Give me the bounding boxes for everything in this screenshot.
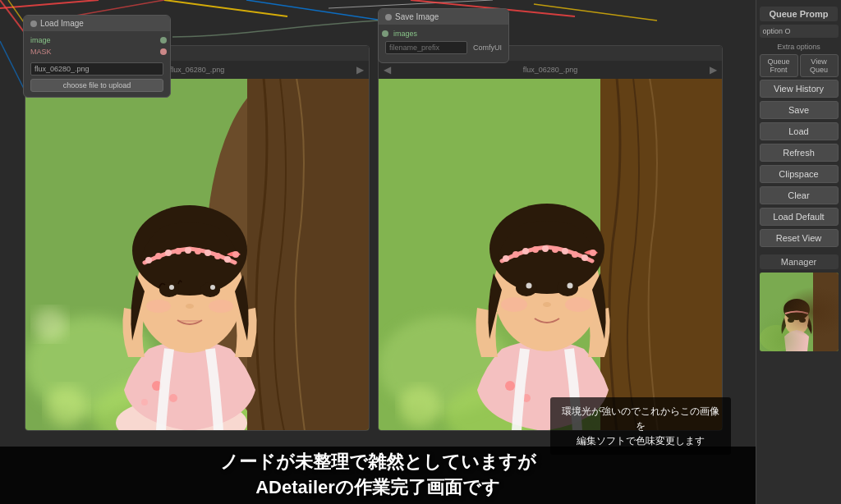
images-label: images	[393, 30, 417, 38]
svg-point-65	[516, 280, 537, 296]
svg-point-55	[503, 255, 509, 262]
svg-point-31	[195, 248, 201, 254]
svg-point-30	[185, 247, 191, 254]
node-title: Load Image	[40, 19, 84, 28]
svg-point-60	[552, 246, 558, 253]
svg-point-33	[214, 253, 221, 259]
bottom-subtitle-bar: ノードが未整理で雑然としていますがADetailerの作業完了画面です	[0, 447, 756, 504]
svg-point-58	[532, 246, 539, 253]
svg-point-59	[542, 245, 549, 252]
option-text: option O	[763, 27, 791, 35]
filename-input[interactable]	[30, 62, 163, 76]
save-node-dot	[385, 14, 392, 21]
svg-point-61	[562, 248, 568, 254]
right-image-container	[379, 79, 722, 430]
svg-point-29	[175, 248, 182, 254]
left-image-svg	[25, 79, 369, 430]
option-row: option O	[760, 25, 839, 38]
svg-point-63	[581, 254, 588, 261]
clipspace-btn[interactable]: Clipspace	[760, 165, 839, 183]
manager-thumbnail	[760, 273, 839, 351]
refresh-btn[interactable]: Refresh	[760, 144, 839, 162]
svg-rect-49	[600, 79, 722, 430]
prefix-input[interactable]	[385, 41, 467, 54]
svg-point-42	[209, 300, 233, 313]
load-btn[interactable]: Load	[760, 122, 839, 140]
extra-options-label: Extra options	[775, 41, 822, 53]
svg-point-64	[590, 250, 596, 256]
svg-point-34	[224, 256, 231, 263]
left-nav-next[interactable]: ▶	[356, 64, 364, 76]
svg-point-38	[169, 285, 174, 290]
svg-point-27	[155, 253, 162, 259]
save-node-header: Save Image	[379, 9, 508, 25]
svg-point-47	[399, 386, 440, 427]
svg-point-39	[210, 285, 215, 290]
svg-point-40	[186, 304, 194, 309]
manager-title: Manager	[760, 254, 839, 269]
svg-point-71	[565, 297, 591, 312]
svg-rect-18	[247, 79, 369, 430]
view-queue-btn[interactable]: View Queu	[800, 54, 839, 77]
save-node-title: Save Image	[395, 12, 439, 21]
bottom-subtitle-text: ノードが未整理で雑然としていますがADetailerの作業完了画面です	[220, 450, 536, 501]
manager-thumb-overlay	[760, 273, 839, 351]
svg-point-41	[146, 300, 171, 313]
prefix-row: ComfyUI	[385, 41, 502, 54]
save-image-node: Save Image images ComfyUI	[378, 8, 509, 63]
svg-line-0	[0, 0, 99, 8]
image-connector	[160, 37, 167, 44]
right-filename: flux_06280_.png	[523, 66, 578, 74]
queue-row: Queue Front View Queu	[760, 54, 839, 77]
reset-view-btn[interactable]: Reset View	[760, 229, 839, 247]
right-nav-prev[interactable]: ◀	[384, 64, 391, 76]
svg-point-62	[572, 251, 578, 258]
svg-point-36	[159, 282, 179, 297]
svg-line-4	[329, 0, 493, 8]
svg-point-22	[141, 399, 148, 405]
svg-point-68	[568, 283, 573, 289]
left-filename: flux_06280_.png	[170, 66, 225, 74]
svg-line-2	[164, 0, 287, 16]
mask-label: MASK	[30, 48, 52, 56]
load-default-btn[interactable]: Load Default	[760, 208, 839, 226]
save-node-body: images ComfyUI	[379, 25, 508, 62]
save-btn[interactable]: Save	[760, 101, 839, 119]
node-header: Load Image	[24, 16, 170, 31]
images-row: images	[385, 30, 502, 38]
left-image-panel: image ◀ flux_06280_.png ▶	[25, 45, 370, 431]
svg-point-35	[232, 251, 239, 258]
svg-point-69	[543, 302, 551, 307]
svg-point-67	[526, 283, 532, 289]
svg-point-70	[501, 297, 527, 312]
svg-line-6	[534, 4, 657, 21]
mask-row: MASK	[30, 48, 163, 56]
left-image-container	[25, 79, 369, 430]
queue-front-btn[interactable]: Queue Front	[760, 54, 798, 77]
svg-point-50	[505, 381, 515, 391]
image-label: image	[30, 36, 51, 44]
right-nav-next[interactable]: ▶	[710, 64, 717, 76]
svg-point-26	[145, 257, 152, 263]
mask-connector	[160, 48, 167, 55]
images-connector-left	[382, 30, 388, 37]
queue-prompt-title: Queue Promp	[760, 7, 838, 21]
svg-point-57	[522, 248, 529, 254]
svg-point-37	[200, 282, 220, 297]
svg-point-56	[512, 251, 519, 258]
right-image-svg	[379, 79, 722, 430]
right-sidebar: Queue Promp option O Extra options Queue…	[756, 0, 841, 504]
svg-point-14	[46, 386, 87, 427]
load-image-node: Load Image image MASK choose file to upl…	[23, 15, 171, 98]
clear-btn[interactable]: Clear	[760, 186, 839, 204]
svg-point-28	[165, 250, 172, 256]
svg-point-16	[34, 308, 67, 341]
right-image-panel: image ◀ flux_06280_.png ▶	[378, 45, 723, 431]
svg-point-21	[169, 394, 177, 402]
svg-point-66	[557, 280, 578, 296]
manager-section: Manager	[760, 254, 839, 351]
view-history-btn[interactable]: View History	[760, 80, 839, 98]
node-body: image MASK choose file to upload	[24, 31, 170, 97]
overlay-text: 環境光が強いのでこれからこの画像を編集ソフトで色味変更します	[562, 405, 719, 447]
upload-btn[interactable]: choose file to upload	[30, 79, 163, 92]
